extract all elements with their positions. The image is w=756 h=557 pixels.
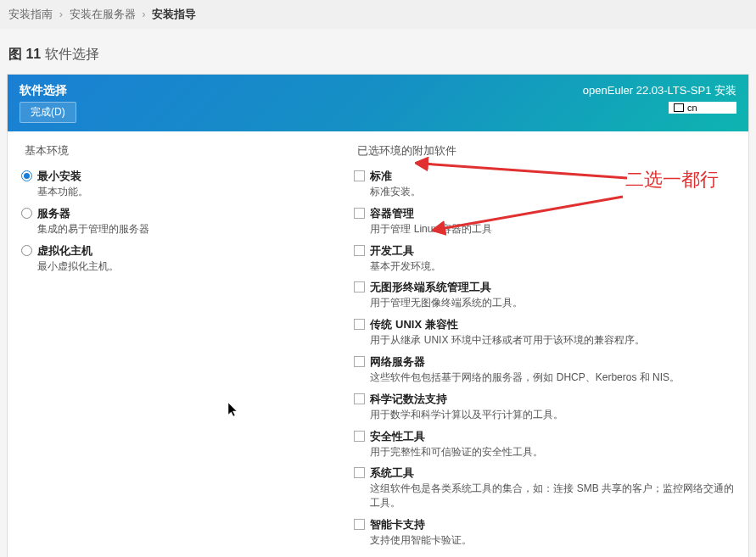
option-title: 虚拟化主机 <box>37 243 343 259</box>
keyboard-layout-indicator[interactable]: cn <box>669 102 736 114</box>
option-title: 传统 UNIX 兼容性 <box>370 317 735 332</box>
option-description: 基本功能。 <box>37 185 343 199</box>
installer-body: 基本环境 最小安装基本功能。服务器集成的易于管理的服务器虚拟化主机最小虚拟化主机… <box>8 131 748 557</box>
addon-option[interactable]: 系统工具这组软件包是各类系统工具的集合，如：连接 SMB 共享的客户；监控网络交… <box>349 462 740 514</box>
chevron-right-icon: › <box>59 8 63 20</box>
addon-option[interactable]: 标准标准安装。 <box>349 165 740 203</box>
option-description: 支持使用智能卡验证。 <box>370 533 735 548</box>
chevron-right-icon: › <box>142 8 145 20</box>
option-description: 用于管理 Linux 容器的工具 <box>370 222 735 237</box>
checkbox[interactable] <box>354 170 365 181</box>
environment-option[interactable]: 虚拟化主机最小虚拟化主机。 <box>16 240 348 277</box>
option-description: 标准安装。 <box>370 185 735 199</box>
option-title: 科学记数法支持 <box>370 392 735 407</box>
option-description: 基本开发环境。 <box>370 259 735 274</box>
option-description: 集成的易于管理的服务器 <box>37 222 343 237</box>
option-title: 容器管理 <box>370 206 735 221</box>
column-heading: 基本环境 <box>16 143 348 165</box>
option-title: 智能卡支持 <box>370 517 735 532</box>
option-title: 无图形终端系统管理工具 <box>370 280 735 295</box>
installer-header: 软件选择 完成(D) openEuler 22.03-LTS-SP1 安装 cn <box>8 75 748 131</box>
radio-button[interactable] <box>21 170 32 181</box>
option-title: 系统工具 <box>370 465 735 481</box>
checkbox[interactable] <box>354 393 365 404</box>
checkbox[interactable] <box>354 431 365 442</box>
addons-column: 已选环境的附加软件 标准标准安装。容器管理用于管理 Linux 容器的工具开发工… <box>349 143 740 551</box>
environment-option[interactable]: 服务器集成的易于管理的服务器 <box>16 203 348 240</box>
option-description: 用于从继承 UNIX 环境中迁移或者可用于该环境的兼容程序。 <box>370 333 735 348</box>
environment-option[interactable]: 最小安装基本功能。 <box>16 165 348 203</box>
option-description: 最小虚拟化主机。 <box>37 259 343 274</box>
done-button[interactable]: 完成(D) <box>20 102 76 123</box>
figure-title: 软件选择 <box>45 47 99 61</box>
addon-option[interactable]: 开发工具基本开发环境。 <box>349 240 740 277</box>
addon-option[interactable]: 网络服务器这些软件包包括基于网络的服务器，例如 DHCP、Kerberos 和 … <box>349 351 740 388</box>
addon-option[interactable]: 容器管理用于管理 Linux 容器的工具 <box>349 203 740 240</box>
option-description: 用于管理无图像终端系统的工具。 <box>370 296 735 310</box>
keyboard-icon <box>674 103 684 112</box>
checkbox[interactable] <box>354 245 365 256</box>
option-title: 网络服务器 <box>370 354 735 370</box>
checkbox[interactable] <box>354 319 365 330</box>
radio-button[interactable] <box>21 208 32 219</box>
checkbox[interactable] <box>354 281 365 292</box>
checkbox[interactable] <box>354 519 365 530</box>
checkbox[interactable] <box>354 208 365 219</box>
base-environment-column: 基本环境 最小安装基本功能。服务器集成的易于管理的服务器虚拟化主机最小虚拟化主机… <box>16 143 349 551</box>
breadcrumb: 安装指南 › 安装在服务器 › 安装指导 <box>0 0 756 29</box>
option-title: 安全性工具 <box>370 429 735 444</box>
option-title: 开发工具 <box>370 243 735 259</box>
column-heading: 已选环境的附加软件 <box>349 143 740 165</box>
addon-option[interactable]: 科学记数法支持用于数学和科学计算以及平行计算的工具。 <box>349 388 740 426</box>
option-description: 用于数学和科学计算以及平行计算的工具。 <box>370 408 735 422</box>
product-name: openEuler 22.03-LTS-SP1 安装 <box>583 83 736 98</box>
option-title: 标准 <box>370 169 735 184</box>
option-description: 用于完整性和可信验证的安全性工具。 <box>370 445 735 460</box>
page-title: 软件选择 <box>20 83 76 98</box>
addon-option[interactable]: 传统 UNIX 兼容性用于从继承 UNIX 环境中迁移或者可用于该环境的兼容程序… <box>349 314 740 351</box>
figure-caption: 图 11 软件选择 <box>0 29 756 74</box>
checkbox[interactable] <box>354 356 365 367</box>
breadcrumb-item[interactable]: 安装在服务器 <box>70 8 136 20</box>
figure-label: 图 11 <box>8 47 41 61</box>
breadcrumb-item[interactable]: 安装指南 <box>8 8 53 20</box>
option-description: 这些软件包包括基于网络的服务器，例如 DHCP、Kerberos 和 NIS。 <box>370 370 735 385</box>
installer-panel: 软件选择 完成(D) openEuler 22.03-LTS-SP1 安装 cn… <box>7 74 749 557</box>
keyboard-layout-label: cn <box>687 103 697 113</box>
breadcrumb-current: 安装指导 <box>152 8 196 20</box>
checkbox[interactable] <box>354 467 365 478</box>
addon-option[interactable]: 无图形终端系统管理工具用于管理无图像终端系统的工具。 <box>349 276 740 314</box>
radio-button[interactable] <box>21 245 32 256</box>
option-description: 这组软件包是各类系统工具的集合，如：连接 SMB 共享的客户；监控网络交通的工具… <box>370 482 735 510</box>
addon-option[interactable]: 智能卡支持支持使用智能卡验证。 <box>349 514 740 551</box>
addon-option[interactable]: 安全性工具用于完整性和可信验证的安全性工具。 <box>349 426 740 463</box>
option-title: 服务器 <box>37 206 343 221</box>
option-title: 最小安装 <box>37 169 343 184</box>
